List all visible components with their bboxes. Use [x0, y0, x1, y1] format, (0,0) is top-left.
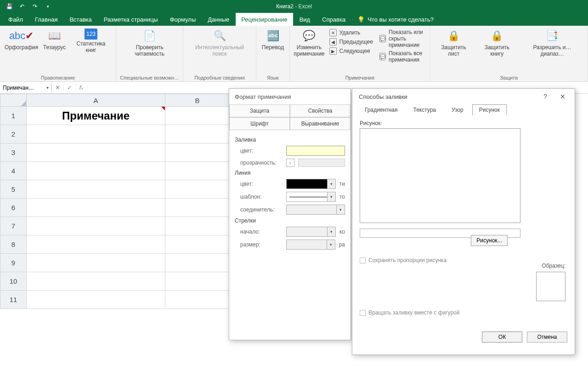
tab-picture[interactable]: Рисунок [472, 104, 507, 115]
cell-A5[interactable] [27, 180, 165, 199]
thesaurus-button[interactable]: 📖Тезаурус [41, 28, 68, 51]
tab-help[interactable]: Справка [317, 13, 351, 26]
workbook-stats-button[interactable]: 123Статистика книг [69, 28, 113, 55]
name-box[interactable] [0, 82, 44, 93]
next-comment-button[interactable]: ▶Следующее [328, 47, 374, 55]
row-header-6[interactable]: 6 [0, 199, 27, 217]
redo-icon[interactable]: ↷ [29, 1, 40, 12]
arrow-size-picker[interactable]: ▾ [286, 240, 335, 250]
row-header-10[interactable]: 10 [0, 272, 27, 291]
cell-B9[interactable] [165, 254, 230, 272]
tab-protection[interactable]: Защита [229, 104, 290, 117]
cell-A9[interactable] [27, 254, 165, 272]
cell-A2[interactable] [27, 125, 165, 143]
cell-B4[interactable] [165, 162, 230, 180]
row-header-1[interactable]: 1 [0, 107, 27, 125]
cell-A8[interactable] [27, 235, 165, 254]
keep-aspect-checkbox[interactable] [360, 257, 366, 263]
cell-A4[interactable] [27, 162, 165, 180]
tab-data[interactable]: Данные [202, 13, 235, 26]
cell-B7[interactable] [165, 217, 230, 235]
namebox-dropdown-icon[interactable]: ▾ [44, 85, 51, 90]
arrow-start-picker[interactable]: ▾ [286, 227, 336, 237]
row-header-8[interactable]: 8 [0, 235, 27, 254]
col-header-B[interactable]: B [165, 94, 230, 107]
protect-sheet-button[interactable]: 🔒Защитить лист [433, 28, 475, 58]
fx-icon[interactable]: fₓ [76, 84, 88, 91]
tab-properties[interactable]: Свойства [290, 104, 351, 117]
cell-B6[interactable] [165, 199, 230, 217]
group-proofing: Правописание [3, 75, 113, 81]
tell-me-search[interactable]: 💡 Что вы хотите сделать? [352, 13, 439, 26]
tab-insert[interactable]: Вставка [64, 13, 97, 26]
show-all-comments-button[interactable]: 💬Показать все примечания [379, 50, 425, 63]
rotate-checkbox[interactable] [360, 310, 366, 316]
cell-A7[interactable] [27, 217, 165, 235]
tab-alignment[interactable]: Выравнивание [290, 117, 351, 130]
transparency-decrease[interactable]: ‹ [286, 159, 294, 167]
group-language: Язык [259, 75, 287, 81]
transparency-slider[interactable] [298, 159, 345, 167]
row-header-4[interactable]: 4 [0, 162, 27, 180]
check-accessibility-button[interactable]: 📄Проверить читаемость [119, 28, 180, 58]
row-header-11[interactable]: 11 [0, 291, 27, 309]
row-header-9[interactable]: 9 [0, 254, 27, 272]
row-header-5[interactable]: 5 [0, 180, 27, 199]
cell-A10[interactable] [27, 272, 165, 291]
close-button[interactable]: ✕ [557, 92, 568, 101]
cell-B3[interactable] [165, 143, 230, 162]
cell-B2[interactable] [165, 125, 230, 143]
translate-button[interactable]: 🔤Перевод [259, 28, 287, 51]
tab-formulas[interactable]: Формулы [164, 13, 202, 26]
group-accessibility: Специальные возможн… [119, 75, 180, 81]
tab-review[interactable]: Рецензирование [236, 13, 293, 26]
line-template-picker[interactable]: ▾ [286, 192, 336, 202]
tab-view[interactable]: Вид [294, 13, 316, 26]
row-header-2[interactable]: 2 [0, 125, 27, 143]
line-connector-picker[interactable]: ▾ [286, 205, 345, 215]
qat-customize-icon[interactable]: ▾ [42, 1, 53, 12]
allow-edit-ranges-button[interactable]: 📑Разрешить и… диапаз… [520, 28, 585, 58]
fill-color-picker[interactable] [286, 146, 345, 156]
help-button[interactable]: ? [541, 92, 550, 101]
cell-A1[interactable]: Примечание [27, 107, 165, 125]
save-icon[interactable]: 💾 [4, 1, 15, 12]
cell-A3[interactable] [27, 143, 165, 162]
edit-comment-button[interactable]: 💬Изменить примечание [293, 28, 325, 58]
tab-home[interactable]: Главная [29, 13, 63, 26]
select-all-corner[interactable] [0, 94, 27, 107]
delete-comment-button[interactable]: ✕Удалить [328, 29, 374, 37]
cell-A6[interactable] [27, 199, 165, 217]
tab-gradient[interactable]: Градиентная [358, 104, 404, 115]
search-icon: 🔍 [212, 29, 227, 43]
ok-button[interactable]: ОК [482, 332, 522, 343]
col-header-A[interactable]: A [27, 94, 165, 107]
row-header-3[interactable]: 3 [0, 143, 27, 162]
tab-texture[interactable]: Текстура [406, 104, 443, 115]
cancel-edit-icon[interactable]: ✕ [52, 84, 64, 91]
tab-font[interactable]: Шрифт [229, 117, 290, 130]
row-header-7[interactable]: 7 [0, 217, 27, 235]
cancel-button[interactable]: Отмена [527, 332, 567, 343]
tab-pagelayout[interactable]: Разметка страницы [98, 13, 164, 26]
confirm-edit-icon[interactable]: ✓ [64, 84, 76, 91]
select-picture-button[interactable]: Рисунок... [471, 235, 508, 246]
tab-pattern[interactable]: Узор [445, 104, 470, 115]
toggle-comment-button[interactable]: 💬Показать или скрыть примечание [379, 29, 425, 49]
cell-A11[interactable] [27, 291, 165, 309]
tab-file[interactable]: Файл [3, 13, 28, 26]
prev-comment-button[interactable]: ◀Предыдущее [328, 38, 374, 46]
cell-B8[interactable] [165, 235, 230, 254]
group-comments: Примечания [293, 75, 427, 81]
cell-B11[interactable] [165, 291, 230, 309]
undo-icon[interactable]: ↶ [17, 1, 28, 12]
cell-B10[interactable] [165, 272, 230, 291]
line-color-picker[interactable]: ▾ [286, 179, 336, 189]
cell-B1[interactable] [165, 107, 230, 125]
cell-B5[interactable] [165, 180, 230, 199]
spelling-button[interactable]: abc✔Орфография [3, 28, 40, 51]
bulb-icon: 💡 [357, 16, 365, 23]
arrows-section-label: Стрелки [235, 217, 345, 224]
prev-icon: ◀ [329, 38, 337, 46]
protect-workbook-button[interactable]: 🔒Защитить книгу [475, 28, 519, 58]
